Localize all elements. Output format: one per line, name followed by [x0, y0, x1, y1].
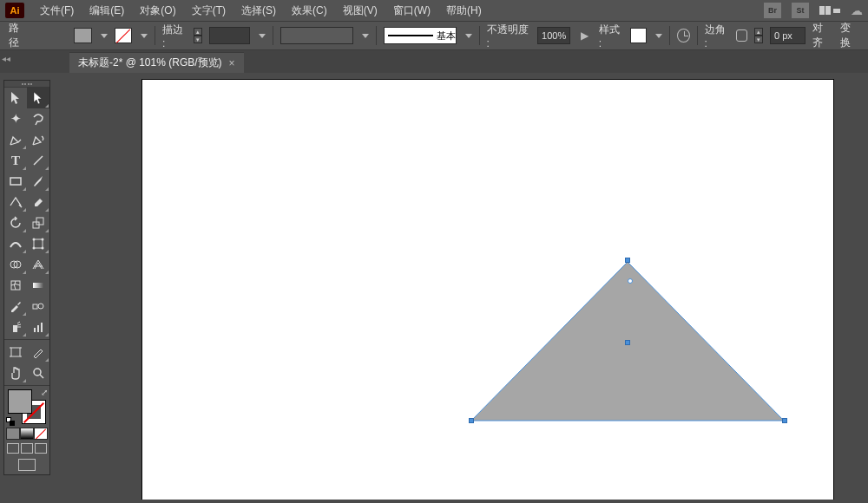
color-mode-row	[4, 428, 49, 440]
profile-dd[interactable]	[362, 34, 369, 38]
line-tool[interactable]	[27, 150, 49, 171]
svg-point-5	[33, 238, 36, 241]
slice-tool[interactable]	[27, 342, 49, 363]
lasso-tool[interactable]	[27, 108, 49, 129]
artboard[interactable]	[142, 80, 833, 500]
screen-mode[interactable]	[18, 459, 36, 471]
style-swatch[interactable]	[630, 28, 647, 43]
menu-effect[interactable]: 效果(C)	[285, 1, 334, 20]
menu-type[interactable]: 文字(T)	[185, 1, 233, 20]
menu-edit[interactable]: 编辑(E)	[82, 1, 131, 20]
color-mode-solid[interactable]	[6, 428, 20, 440]
anchor-top[interactable]	[625, 258, 630, 263]
fill-dropdown[interactable]	[101, 34, 108, 38]
tab-title: 未标题-2* @ 101% (RGB/预览)	[78, 56, 222, 70]
pen-tool[interactable]	[4, 129, 27, 150]
stock-icon[interactable]: St	[792, 3, 809, 18]
anchor-bottom-left[interactable]	[469, 418, 474, 423]
tab-close-icon[interactable]: ×	[229, 57, 235, 69]
magic-wand-tool[interactable]: ✦	[4, 108, 27, 129]
svg-rect-15	[13, 325, 17, 332]
curvature-tool[interactable]	[27, 129, 49, 150]
brush-definition[interactable]: 基本	[384, 27, 457, 44]
opacity-field[interactable]	[537, 27, 570, 44]
swap-fill-stroke-icon[interactable]: ⤢	[41, 388, 48, 397]
corner-stepper[interactable]: ▴▾	[754, 28, 763, 43]
app-logo: Ai	[5, 3, 24, 18]
corner-field[interactable]	[770, 27, 806, 44]
menu-window[interactable]: 窗口(W)	[386, 1, 437, 20]
free-transform-tool[interactable]	[27, 233, 49, 254]
panel-collapse-icon[interactable]: ◂◂	[2, 54, 10, 63]
selection-tool[interactable]	[4, 88, 27, 108]
svg-point-14	[38, 304, 43, 309]
stroke-swatch[interactable]	[115, 28, 132, 43]
document-tab-bar: ◂◂ 未标题-2* @ 101% (RGB/预览) ×	[0, 50, 868, 73]
opacity-more[interactable]: ▶	[577, 29, 592, 42]
symbol-sprayer-tool[interactable]	[4, 317, 27, 337]
recolor-icon[interactable]	[677, 29, 690, 42]
screen-mode-row	[4, 459, 49, 471]
blend-tool[interactable]	[27, 296, 49, 317]
bridge-icon[interactable]: Br	[764, 3, 781, 18]
menu-select[interactable]: 选择(S)	[234, 1, 283, 20]
shape-builder-tool[interactable]	[4, 254, 27, 275]
anchor-bottom-right[interactable]	[782, 418, 787, 423]
workspace-switcher[interactable]	[819, 6, 840, 15]
type-tool[interactable]: T	[4, 150, 27, 171]
paintbrush-tool[interactable]	[27, 171, 49, 192]
svg-point-6	[42, 238, 44, 241]
stroke-dropdown[interactable]	[141, 34, 148, 38]
menu-view[interactable]: 视图(V)	[336, 1, 385, 20]
opacity-label: 不透明度 :	[487, 23, 531, 49]
draw-behind[interactable]	[21, 443, 33, 454]
svg-point-20	[34, 369, 41, 376]
sync-icon[interactable]: ☁	[851, 3, 863, 17]
stroke-weight-field[interactable]	[209, 27, 250, 44]
draw-inside[interactable]	[35, 443, 47, 454]
rotate-tool[interactable]	[4, 212, 27, 233]
tools-panel: ✦ T	[3, 80, 50, 475]
stroke-weight-dd[interactable]	[259, 34, 266, 38]
transform-link[interactable]: 变换	[840, 21, 859, 50]
direct-selection-tool[interactable]	[27, 88, 49, 108]
perspective-grid-tool[interactable]	[27, 254, 49, 275]
color-mode-none[interactable]	[34, 428, 48, 440]
corner-widget[interactable]	[628, 278, 633, 284]
eyedropper-tool[interactable]	[4, 296, 27, 317]
scale-tool[interactable]	[27, 212, 49, 233]
rectangle-tool[interactable]	[4, 171, 27, 192]
fill-swatch[interactable]	[74, 28, 91, 43]
menu-file[interactable]: 文件(F)	[33, 1, 81, 20]
stroke-weight-stepper[interactable]: ▴▾	[194, 28, 202, 43]
center-point[interactable]	[625, 340, 630, 345]
gradient-tool[interactable]	[27, 275, 49, 296]
options-bar: 路径 描边 : ▴▾ 基本 不透明度 : ▶ 样式 : 边角 : ▴▾ 对齐 变…	[0, 21, 868, 50]
mesh-tool[interactable]	[4, 275, 27, 296]
svg-rect-11	[11, 281, 20, 290]
menu-object[interactable]: 对象(O)	[133, 1, 182, 20]
fill-stroke-control[interactable]: ⤢	[6, 388, 48, 426]
align-link[interactable]: 对齐	[812, 21, 832, 50]
fill-box[interactable]	[8, 389, 32, 414]
tools-grip[interactable]	[4, 81, 49, 88]
document-tab[interactable]: 未标题-2* @ 101% (RGB/预览) ×	[69, 52, 244, 73]
svg-point-8	[42, 247, 44, 250]
svg-rect-4	[34, 239, 43, 248]
default-fill-stroke-icon[interactable]	[6, 417, 15, 426]
color-mode-gradient[interactable]	[20, 428, 34, 440]
draw-normal[interactable]	[7, 443, 19, 454]
graph-tool[interactable]	[27, 317, 49, 337]
artboard-tool[interactable]	[4, 342, 27, 363]
menu-help[interactable]: 帮助(H)	[439, 1, 489, 20]
svg-point-7	[33, 247, 36, 250]
hand-tool[interactable]	[4, 363, 27, 383]
svg-rect-12	[33, 283, 43, 288]
style-dd[interactable]	[655, 34, 662, 38]
brush-dd[interactable]	[465, 34, 472, 38]
eraser-tool[interactable]	[27, 192, 49, 212]
zoom-tool[interactable]	[27, 363, 49, 383]
shaper-tool[interactable]	[4, 192, 27, 212]
profile-field[interactable]	[280, 27, 353, 44]
width-tool[interactable]	[4, 233, 27, 254]
